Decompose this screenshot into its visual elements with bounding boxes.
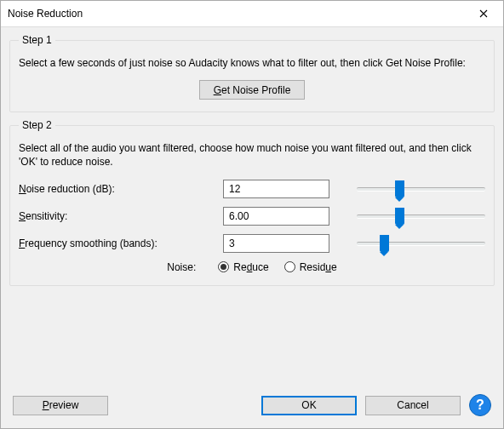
freq-smoothing-row: Frequency smoothing (bands): [19,234,485,253]
noise-reduction-input[interactable] [223,180,329,198]
slider-track [357,242,485,246]
titlebar: Noise Reduction [1,1,503,27]
sensitivity-slider[interactable] [357,207,485,226]
reduce-radio[interactable]: Reduce [218,261,268,273]
slider-thumb[interactable] [395,180,404,197]
sensitivity-input[interactable] [223,207,329,226]
noise-reduction-row: Noise reduction (dB): [19,180,485,198]
freq-smoothing-label: Frequency smoothing (bands): [19,237,223,249]
residue-radio[interactable]: Residue [284,261,337,273]
slider-track [357,187,485,192]
dialog-footer: Preview OK Cancel ? [9,384,495,421]
reduce-radio-label: Reduce [233,261,268,273]
noise-mode-label: Noise: [167,261,196,273]
step1-instruction: Select a few seconds of just noise so Au… [19,56,485,70]
slider-track [357,214,485,219]
step2-group: Step 2 Select all of the audio you want … [9,119,495,285]
step1-group: Step 1 Select a few seconds of just nois… [9,34,495,112]
radio-checked-icon [218,261,229,272]
freq-smoothing-input[interactable] [223,234,329,253]
residue-radio-label: Residue [300,261,337,273]
sensitivity-row: Sensitivity: [19,207,485,226]
sensitivity-label: Sensitivity: [19,210,223,222]
noise-reduction-dialog: Noise Reduction Step 1 Select a few seco… [0,0,504,429]
step2-instruction: Select all of the audio you want filtere… [19,141,485,169]
radio-unchecked-icon [284,261,295,272]
slider-thumb[interactable] [380,235,389,252]
close-icon [479,9,488,18]
get-noise-profile-button[interactable]: Get Noise Profile [199,80,306,100]
step2-legend: Step 2 [19,119,55,131]
noise-reduction-slider[interactable] [357,180,485,198]
cancel-button[interactable]: Cancel [365,396,461,415]
ok-button[interactable]: OK [261,396,357,415]
preview-button[interactable]: Preview [13,396,108,415]
dialog-content: Step 1 Select a few seconds of just nois… [1,27,503,428]
help-icon: ? [476,398,484,413]
freq-smoothing-slider[interactable] [357,234,485,253]
help-button[interactable]: ? [469,394,491,416]
window-title: Noise Reduction [8,8,464,20]
close-button[interactable] [464,1,503,26]
noise-mode-row: Noise: Reduce Residue [19,261,485,273]
slider-thumb[interactable] [395,208,404,225]
noise-reduction-label: Noise reduction (dB): [19,183,223,195]
step1-legend: Step 1 [19,34,55,46]
